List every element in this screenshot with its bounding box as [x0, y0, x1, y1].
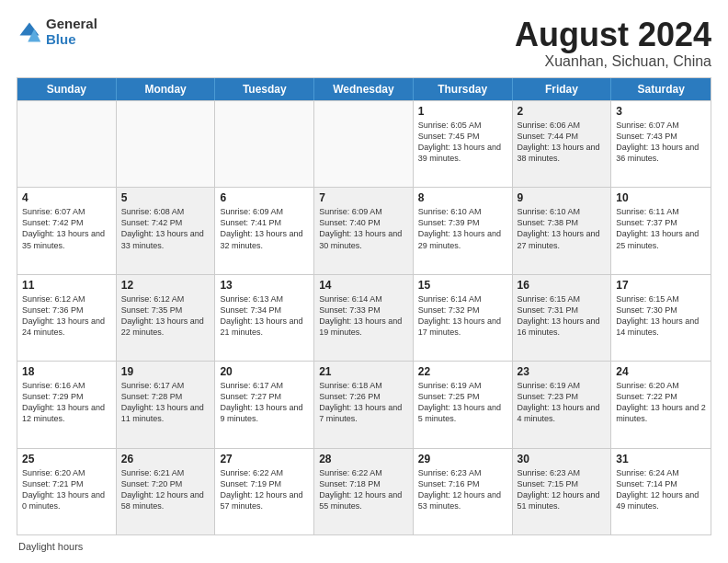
day-number: 29: [418, 453, 507, 465]
footer: Daylight hours: [17, 541, 711, 552]
day-number: 12: [121, 279, 210, 292]
calendar-cell: 17Sunrise: 6:15 AM Sunset: 7:30 PM Dayli…: [611, 275, 711, 361]
cell-info: Sunrise: 6:16 AM Sunset: 7:29 PM Dayligh…: [22, 380, 111, 425]
calendar-header: SundayMondayTuesdayWednesdayThursdayFrid…: [17, 78, 711, 100]
calendar-header-cell: Friday: [513, 78, 612, 100]
calendar-cell: 9Sunrise: 6:10 AM Sunset: 7:38 PM Daylig…: [513, 188, 612, 273]
calendar-header-cell: Sunday: [17, 78, 117, 100]
calendar-cell: [215, 101, 314, 187]
calendar-row: 1Sunrise: 6:05 AM Sunset: 7:45 PM Daylig…: [17, 100, 711, 187]
calendar-cell: 19Sunrise: 6:17 AM Sunset: 7:28 PM Dayli…: [117, 362, 216, 447]
calendar-row: 4Sunrise: 6:07 AM Sunset: 7:42 PM Daylig…: [17, 187, 711, 273]
calendar-cell: 27Sunrise: 6:22 AM Sunset: 7:19 PM Dayli…: [215, 449, 314, 534]
calendar-cell: 3Sunrise: 6:07 AM Sunset: 7:43 PM Daylig…: [611, 101, 711, 187]
day-number: 31: [616, 453, 706, 465]
day-number: 16: [518, 279, 607, 292]
calendar-row: 18Sunrise: 6:16 AM Sunset: 7:29 PM Dayli…: [17, 361, 711, 447]
calendar-cell: 20Sunrise: 6:17 AM Sunset: 7:27 PM Dayli…: [215, 362, 314, 447]
logo-icon: [17, 19, 42, 45]
calendar-header-cell: Wednesday: [314, 78, 414, 100]
calendar-header-cell: Monday: [117, 78, 216, 100]
cell-info: Sunrise: 6:22 AM Sunset: 7:19 PM Dayligh…: [220, 467, 309, 512]
day-number: 15: [418, 279, 507, 292]
cell-info: Sunrise: 6:15 AM Sunset: 7:30 PM Dayligh…: [616, 293, 706, 339]
cell-info: Sunrise: 6:07 AM Sunset: 7:43 PM Dayligh…: [616, 120, 706, 165]
calendar-header-cell: Thursday: [414, 78, 513, 100]
page: General Blue August 2024 Xuanhan, Sichua…: [0, 0, 728, 563]
calendar-cell: 26Sunrise: 6:21 AM Sunset: 7:20 PM Dayli…: [117, 449, 216, 534]
cell-info: Sunrise: 6:09 AM Sunset: 7:40 PM Dayligh…: [319, 206, 408, 251]
cell-info: Sunrise: 6:20 AM Sunset: 7:22 PM Dayligh…: [616, 380, 706, 425]
calendar: SundayMondayTuesdayWednesdayThursdayFrid…: [17, 77, 711, 535]
cell-info: Sunrise: 6:09 AM Sunset: 7:41 PM Dayligh…: [220, 206, 309, 251]
title-block: August 2024 Xuanhan, Sichuan, China: [515, 17, 711, 70]
cell-info: Sunrise: 6:24 AM Sunset: 7:14 PM Dayligh…: [616, 467, 706, 512]
day-number: 28: [319, 453, 408, 465]
day-number: 19: [121, 365, 210, 378]
calendar-cell: 24Sunrise: 6:20 AM Sunset: 7:22 PM Dayli…: [611, 362, 711, 447]
logo: General Blue: [17, 17, 97, 47]
cell-info: Sunrise: 6:23 AM Sunset: 7:16 PM Dayligh…: [418, 467, 507, 512]
calendar-row: 11Sunrise: 6:12 AM Sunset: 7:36 PM Dayli…: [17, 274, 711, 361]
cell-info: Sunrise: 6:11 AM Sunset: 7:37 PM Dayligh…: [616, 206, 706, 251]
calendar-row: 25Sunrise: 6:20 AM Sunset: 7:21 PM Dayli…: [17, 448, 711, 534]
cell-info: Sunrise: 6:19 AM Sunset: 7:23 PM Dayligh…: [518, 380, 607, 425]
calendar-cell: 22Sunrise: 6:19 AM Sunset: 7:25 PM Dayli…: [414, 362, 513, 447]
cell-info: Sunrise: 6:14 AM Sunset: 7:33 PM Dayligh…: [319, 293, 408, 339]
cell-info: Sunrise: 6:07 AM Sunset: 7:42 PM Dayligh…: [22, 206, 111, 251]
day-number: 4: [22, 191, 111, 204]
day-number: 23: [518, 365, 607, 378]
calendar-cell: 7Sunrise: 6:09 AM Sunset: 7:40 PM Daylig…: [314, 188, 414, 273]
cell-info: Sunrise: 6:08 AM Sunset: 7:42 PM Dayligh…: [121, 206, 210, 251]
cell-info: Sunrise: 6:17 AM Sunset: 7:27 PM Dayligh…: [220, 380, 309, 425]
cell-info: Sunrise: 6:10 AM Sunset: 7:38 PM Dayligh…: [518, 206, 607, 251]
calendar-cell: 2Sunrise: 6:06 AM Sunset: 7:44 PM Daylig…: [513, 101, 612, 187]
day-number: 8: [418, 191, 507, 204]
header: General Blue August 2024 Xuanhan, Sichua…: [17, 17, 711, 70]
calendar-cell: 15Sunrise: 6:14 AM Sunset: 7:32 PM Dayli…: [414, 275, 513, 361]
cell-info: Sunrise: 6:15 AM Sunset: 7:31 PM Dayligh…: [518, 293, 607, 339]
calendar-cell: [17, 101, 117, 187]
day-number: 20: [220, 365, 309, 378]
day-number: 1: [418, 105, 507, 118]
day-number: 3: [616, 105, 706, 118]
calendar-cell: 6Sunrise: 6:09 AM Sunset: 7:41 PM Daylig…: [215, 188, 314, 273]
cell-info: Sunrise: 6:12 AM Sunset: 7:36 PM Dayligh…: [22, 293, 111, 339]
day-number: 9: [518, 191, 607, 204]
calendar-cell: 18Sunrise: 6:16 AM Sunset: 7:29 PM Dayli…: [17, 362, 117, 447]
day-number: 13: [220, 279, 309, 292]
cell-info: Sunrise: 6:19 AM Sunset: 7:25 PM Dayligh…: [418, 380, 507, 425]
calendar-cell: 21Sunrise: 6:18 AM Sunset: 7:26 PM Dayli…: [314, 362, 414, 447]
day-number: 25: [22, 453, 111, 465]
calendar-cell: 28Sunrise: 6:22 AM Sunset: 7:18 PM Dayli…: [314, 449, 414, 534]
calendar-header-cell: Tuesday: [215, 78, 314, 100]
calendar-cell: 11Sunrise: 6:12 AM Sunset: 7:36 PM Dayli…: [17, 275, 117, 361]
calendar-cell: 8Sunrise: 6:10 AM Sunset: 7:39 PM Daylig…: [414, 188, 513, 273]
calendar-cell: 1Sunrise: 6:05 AM Sunset: 7:45 PM Daylig…: [414, 101, 513, 187]
cell-info: Sunrise: 6:22 AM Sunset: 7:18 PM Dayligh…: [319, 467, 408, 512]
calendar-cell: 16Sunrise: 6:15 AM Sunset: 7:31 PM Dayli…: [513, 275, 612, 361]
calendar-cell: 10Sunrise: 6:11 AM Sunset: 7:37 PM Dayli…: [611, 188, 711, 273]
calendar-cell: 12Sunrise: 6:12 AM Sunset: 7:35 PM Dayli…: [117, 275, 216, 361]
calendar-cell: 4Sunrise: 6:07 AM Sunset: 7:42 PM Daylig…: [17, 188, 117, 273]
day-number: 26: [121, 453, 210, 465]
cell-info: Sunrise: 6:23 AM Sunset: 7:15 PM Dayligh…: [518, 467, 607, 512]
calendar-cell: 13Sunrise: 6:13 AM Sunset: 7:34 PM Dayli…: [215, 275, 314, 361]
cell-info: Sunrise: 6:10 AM Sunset: 7:39 PM Dayligh…: [418, 206, 507, 251]
calendar-cell: 29Sunrise: 6:23 AM Sunset: 7:16 PM Dayli…: [414, 449, 513, 534]
day-number: 2: [518, 105, 607, 118]
cell-info: Sunrise: 6:14 AM Sunset: 7:32 PM Dayligh…: [418, 293, 507, 339]
day-number: 21: [319, 365, 408, 378]
day-number: 7: [319, 191, 408, 204]
day-number: 10: [616, 191, 706, 204]
cell-info: Sunrise: 6:05 AM Sunset: 7:45 PM Dayligh…: [418, 120, 507, 165]
calendar-cell: [314, 101, 414, 187]
day-number: 22: [418, 365, 507, 378]
day-number: 27: [220, 453, 309, 465]
cell-info: Sunrise: 6:13 AM Sunset: 7:34 PM Dayligh…: [220, 293, 309, 339]
day-number: 30: [518, 453, 607, 465]
calendar-body: 1Sunrise: 6:05 AM Sunset: 7:45 PM Daylig…: [17, 100, 711, 534]
day-number: 24: [616, 365, 706, 378]
calendar-cell: 23Sunrise: 6:19 AM Sunset: 7:23 PM Dayli…: [513, 362, 612, 447]
cell-info: Sunrise: 6:17 AM Sunset: 7:28 PM Dayligh…: [121, 380, 210, 425]
